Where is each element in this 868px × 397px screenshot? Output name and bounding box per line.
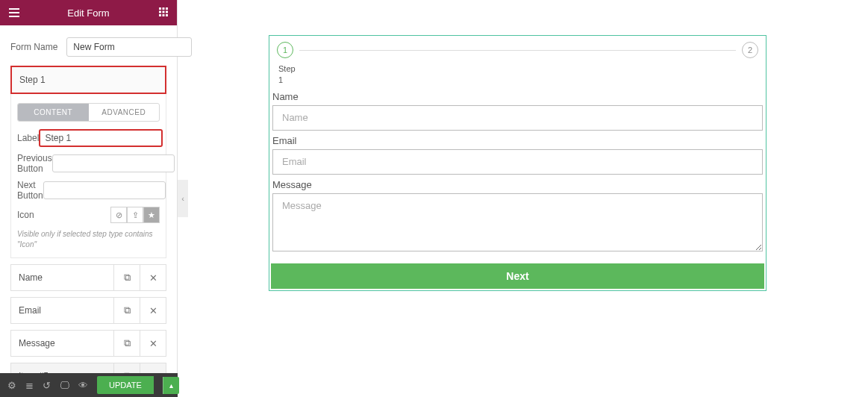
page-title: Edit Form <box>9 7 168 19</box>
close-icon[interactable]: ✕ <box>140 265 166 290</box>
copy-icon[interactable]: ⧉ <box>113 331 140 356</box>
name-input[interactable] <box>272 105 763 131</box>
name-label: Name <box>272 91 763 102</box>
label-field-row: Label <box>17 129 160 147</box>
step-label: Step 1 <box>271 61 764 87</box>
history-icon[interactable]: ↺ <box>43 380 51 391</box>
email-input[interactable] <box>272 149 763 175</box>
form-name-label: Form Name <box>10 42 57 52</box>
responsive-icon[interactable]: 🖵 <box>60 380 69 391</box>
prev-button-row: Previous Button <box>17 153 160 174</box>
icon-label: Icon <box>17 210 75 220</box>
list-item[interactable]: Message ⧉ ✕ <box>10 330 166 357</box>
svg-rect-3 <box>159 11 161 13</box>
icon-none-button[interactable]: ⊘ <box>110 207 127 223</box>
message-textarea[interactable] <box>272 193 763 251</box>
list-item[interactable]: Name ⧉ ✕ <box>10 264 166 291</box>
close-icon[interactable]: ✕ <box>140 298 166 323</box>
form-name-input[interactable] <box>66 37 192 57</box>
next-button[interactable]: Next <box>271 263 764 289</box>
footer-bar: ⚙ ≣ ↺ 🖵 👁 UPDATE ▴ <box>0 373 178 397</box>
tab-content[interactable]: CONTENT <box>18 104 89 121</box>
tab-advanced[interactable]: ADVANCED <box>89 104 160 121</box>
update-button[interactable]: UPDATE <box>97 376 154 394</box>
preview-icon[interactable]: 👁 <box>78 380 88 391</box>
copy-icon[interactable]: ⧉ <box>113 298 140 323</box>
svg-rect-0 <box>159 7 161 10</box>
svg-rect-2 <box>166 7 168 10</box>
step-tracker: 1 2 <box>271 37 764 61</box>
label-field-input[interactable] <box>39 129 163 147</box>
step-indicator-1[interactable]: 1 <box>277 42 293 58</box>
form-name-row: Form Name <box>0 25 177 66</box>
step-accordion-header[interactable]: Step 1 <box>10 66 166 94</box>
sidebar-header: Edit Form <box>0 0 177 25</box>
svg-rect-8 <box>166 14 168 16</box>
icon-library-button[interactable]: ★ <box>143 207 160 223</box>
form-preview: 1 2 Step 1 Name Email Message Next <box>269 35 766 291</box>
icon-hint-text: Visible only if selected step type conta… <box>17 229 160 250</box>
svg-rect-5 <box>166 11 168 13</box>
navigator-icon[interactable]: ≣ <box>25 380 34 391</box>
apps-icon[interactable] <box>159 6 168 19</box>
list-item-label: Name <box>11 272 113 283</box>
gear-icon[interactable]: ⚙ <box>7 380 16 391</box>
list-item[interactable]: Email ⧉ ✕ <box>10 297 166 324</box>
svg-rect-4 <box>163 11 165 13</box>
step-accordion-title: Step 1 <box>19 75 46 85</box>
update-dropdown[interactable]: ▴ <box>163 377 179 394</box>
step-indicator-2[interactable]: 2 <box>742 42 758 58</box>
email-label: Email <box>272 135 763 146</box>
list-item-label: Email <box>11 305 113 316</box>
svg-rect-6 <box>159 14 161 16</box>
svg-rect-1 <box>163 7 165 10</box>
prev-button-label: Previous Button <box>17 153 52 174</box>
next-button-row: Next Button <box>17 180 160 201</box>
collapse-panel-toggle[interactable]: ‹ <box>178 180 188 217</box>
step-connector <box>299 50 736 51</box>
icon-row: Icon ⊘ ⇪ ★ <box>17 207 160 223</box>
editor-sidebar: Edit Form Form Name Step 1 CONTENT ADVAN… <box>0 0 178 397</box>
menu-icon[interactable] <box>9 8 19 17</box>
svg-rect-7 <box>163 14 165 16</box>
step-accordion-body: CONTENT ADVANCED Label Previous Button N… <box>10 94 166 258</box>
next-button-input[interactable] <box>43 181 166 199</box>
list-item-label: Message <box>11 338 113 348</box>
icon-upload-button[interactable]: ⇪ <box>127 207 143 223</box>
message-label: Message <box>272 179 763 190</box>
next-button-label: Next Button <box>17 180 43 201</box>
copy-icon[interactable]: ⧉ <box>113 265 140 290</box>
label-field-label: Label <box>17 133 39 143</box>
close-icon[interactable]: ✕ <box>140 331 166 356</box>
prev-button-input[interactable] <box>52 154 175 172</box>
settings-tabs: CONTENT ADVANCED <box>17 103 160 122</box>
